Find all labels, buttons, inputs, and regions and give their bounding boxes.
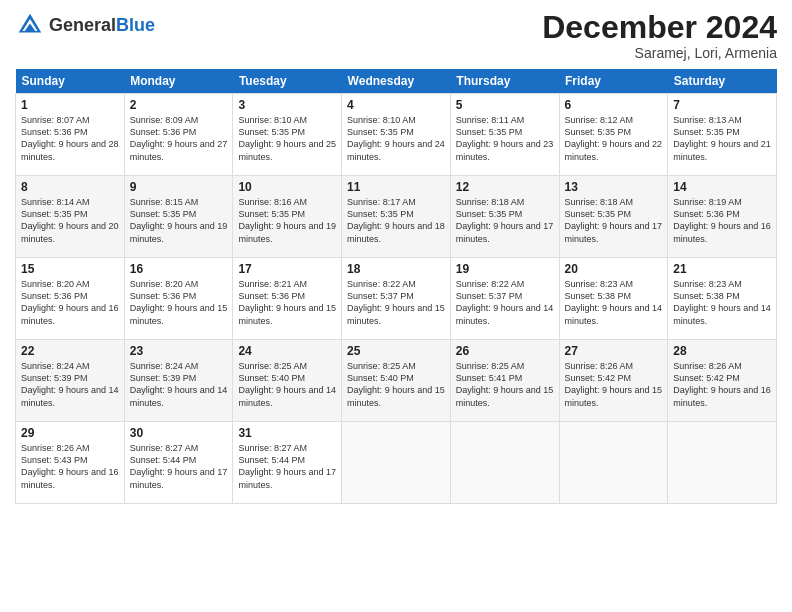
- calendar-cell: [559, 422, 668, 504]
- day-info: Sunrise: 8:25 AMSunset: 5:41 PMDaylight:…: [456, 360, 554, 409]
- calendar-cell: 27Sunrise: 8:26 AMSunset: 5:42 PMDayligh…: [559, 340, 668, 422]
- day-info: Sunrise: 8:12 AMSunset: 5:35 PMDaylight:…: [565, 114, 663, 163]
- calendar-cell: 8Sunrise: 8:14 AMSunset: 5:35 PMDaylight…: [16, 176, 125, 258]
- day-info: Sunrise: 8:14 AMSunset: 5:35 PMDaylight:…: [21, 196, 119, 245]
- table-row: 1Sunrise: 8:07 AMSunset: 5:36 PMDaylight…: [16, 94, 777, 176]
- table-row: 8Sunrise: 8:14 AMSunset: 5:35 PMDaylight…: [16, 176, 777, 258]
- calendar-cell: 25Sunrise: 8:25 AMSunset: 5:40 PMDayligh…: [342, 340, 451, 422]
- header-thursday: Thursday: [450, 69, 559, 94]
- location-subtitle: Saramej, Lori, Armenia: [542, 45, 777, 61]
- day-number: 4: [347, 98, 445, 112]
- header: General Blue December 2024 Saramej, Lori…: [15, 10, 777, 61]
- day-info: Sunrise: 8:17 AMSunset: 5:35 PMDaylight:…: [347, 196, 445, 245]
- day-number: 2: [130, 98, 228, 112]
- calendar-cell: 15Sunrise: 8:20 AMSunset: 5:36 PMDayligh…: [16, 258, 125, 340]
- calendar-cell: 7Sunrise: 8:13 AMSunset: 5:35 PMDaylight…: [668, 94, 777, 176]
- calendar-cell: [342, 422, 451, 504]
- day-info: Sunrise: 8:20 AMSunset: 5:36 PMDaylight:…: [21, 278, 119, 327]
- day-number: 31: [238, 426, 336, 440]
- calendar-cell: 26Sunrise: 8:25 AMSunset: 5:41 PMDayligh…: [450, 340, 559, 422]
- day-number: 16: [130, 262, 228, 276]
- day-number: 5: [456, 98, 554, 112]
- day-info: Sunrise: 8:10 AMSunset: 5:35 PMDaylight:…: [238, 114, 336, 163]
- day-info: Sunrise: 8:25 AMSunset: 5:40 PMDaylight:…: [238, 360, 336, 409]
- day-info: Sunrise: 8:26 AMSunset: 5:42 PMDaylight:…: [673, 360, 771, 409]
- calendar-cell: 10Sunrise: 8:16 AMSunset: 5:35 PMDayligh…: [233, 176, 342, 258]
- calendar-cell: 2Sunrise: 8:09 AMSunset: 5:36 PMDaylight…: [124, 94, 233, 176]
- day-info: Sunrise: 8:25 AMSunset: 5:40 PMDaylight:…: [347, 360, 445, 409]
- day-number: 20: [565, 262, 663, 276]
- day-number: 30: [130, 426, 228, 440]
- day-info: Sunrise: 8:27 AMSunset: 5:44 PMDaylight:…: [130, 442, 228, 491]
- calendar-cell: 21Sunrise: 8:23 AMSunset: 5:38 PMDayligh…: [668, 258, 777, 340]
- calendar-cell: [668, 422, 777, 504]
- day-number: 28: [673, 344, 771, 358]
- calendar-cell: 16Sunrise: 8:20 AMSunset: 5:36 PMDayligh…: [124, 258, 233, 340]
- logo-general: General: [49, 15, 116, 36]
- day-number: 24: [238, 344, 336, 358]
- calendar-cell: 24Sunrise: 8:25 AMSunset: 5:40 PMDayligh…: [233, 340, 342, 422]
- day-info: Sunrise: 8:24 AMSunset: 5:39 PMDaylight:…: [21, 360, 119, 409]
- day-info: Sunrise: 8:10 AMSunset: 5:35 PMDaylight:…: [347, 114, 445, 163]
- header-wednesday: Wednesday: [342, 69, 451, 94]
- header-sunday: Sunday: [16, 69, 125, 94]
- day-number: 19: [456, 262, 554, 276]
- day-info: Sunrise: 8:07 AMSunset: 5:36 PMDaylight:…: [21, 114, 119, 163]
- day-info: Sunrise: 8:22 AMSunset: 5:37 PMDaylight:…: [347, 278, 445, 327]
- day-info: Sunrise: 8:19 AMSunset: 5:36 PMDaylight:…: [673, 196, 771, 245]
- day-info: Sunrise: 8:13 AMSunset: 5:35 PMDaylight:…: [673, 114, 771, 163]
- logo-blue: Blue: [116, 15, 155, 36]
- calendar-header-row: Sunday Monday Tuesday Wednesday Thursday…: [16, 69, 777, 94]
- day-number: 3: [238, 98, 336, 112]
- calendar-cell: 12Sunrise: 8:18 AMSunset: 5:35 PMDayligh…: [450, 176, 559, 258]
- day-number: 22: [21, 344, 119, 358]
- calendar-cell: 22Sunrise: 8:24 AMSunset: 5:39 PMDayligh…: [16, 340, 125, 422]
- day-number: 12: [456, 180, 554, 194]
- day-info: Sunrise: 8:23 AMSunset: 5:38 PMDaylight:…: [565, 278, 663, 327]
- calendar-cell: 14Sunrise: 8:19 AMSunset: 5:36 PMDayligh…: [668, 176, 777, 258]
- day-number: 18: [347, 262, 445, 276]
- calendar-cell: 13Sunrise: 8:18 AMSunset: 5:35 PMDayligh…: [559, 176, 668, 258]
- day-number: 29: [21, 426, 119, 440]
- calendar-cell: 20Sunrise: 8:23 AMSunset: 5:38 PMDayligh…: [559, 258, 668, 340]
- calendar-cell: 28Sunrise: 8:26 AMSunset: 5:42 PMDayligh…: [668, 340, 777, 422]
- calendar-cell: 3Sunrise: 8:10 AMSunset: 5:35 PMDaylight…: [233, 94, 342, 176]
- calendar-table: Sunday Monday Tuesday Wednesday Thursday…: [15, 69, 777, 504]
- calendar-cell: [450, 422, 559, 504]
- day-info: Sunrise: 8:09 AMSunset: 5:36 PMDaylight:…: [130, 114, 228, 163]
- header-tuesday: Tuesday: [233, 69, 342, 94]
- day-number: 8: [21, 180, 119, 194]
- day-info: Sunrise: 8:11 AMSunset: 5:35 PMDaylight:…: [456, 114, 554, 163]
- calendar-cell: 29Sunrise: 8:26 AMSunset: 5:43 PMDayligh…: [16, 422, 125, 504]
- calendar-cell: 1Sunrise: 8:07 AMSunset: 5:36 PMDaylight…: [16, 94, 125, 176]
- day-number: 13: [565, 180, 663, 194]
- calendar-cell: 19Sunrise: 8:22 AMSunset: 5:37 PMDayligh…: [450, 258, 559, 340]
- calendar-cell: 30Sunrise: 8:27 AMSunset: 5:44 PMDayligh…: [124, 422, 233, 504]
- day-number: 14: [673, 180, 771, 194]
- month-title: December 2024: [542, 10, 777, 45]
- day-number: 9: [130, 180, 228, 194]
- header-friday: Friday: [559, 69, 668, 94]
- day-info: Sunrise: 8:21 AMSunset: 5:36 PMDaylight:…: [238, 278, 336, 327]
- day-info: Sunrise: 8:18 AMSunset: 5:35 PMDaylight:…: [565, 196, 663, 245]
- calendar-cell: 4Sunrise: 8:10 AMSunset: 5:35 PMDaylight…: [342, 94, 451, 176]
- day-number: 26: [456, 344, 554, 358]
- day-info: Sunrise: 8:20 AMSunset: 5:36 PMDaylight:…: [130, 278, 228, 327]
- day-number: 25: [347, 344, 445, 358]
- calendar-cell: 9Sunrise: 8:15 AMSunset: 5:35 PMDaylight…: [124, 176, 233, 258]
- header-saturday: Saturday: [668, 69, 777, 94]
- day-info: Sunrise: 8:15 AMSunset: 5:35 PMDaylight:…: [130, 196, 228, 245]
- day-number: 10: [238, 180, 336, 194]
- table-row: 15Sunrise: 8:20 AMSunset: 5:36 PMDayligh…: [16, 258, 777, 340]
- logo-text: General Blue: [49, 15, 155, 36]
- day-info: Sunrise: 8:18 AMSunset: 5:35 PMDaylight:…: [456, 196, 554, 245]
- day-number: 15: [21, 262, 119, 276]
- calendar-cell: 11Sunrise: 8:17 AMSunset: 5:35 PMDayligh…: [342, 176, 451, 258]
- day-number: 27: [565, 344, 663, 358]
- day-number: 23: [130, 344, 228, 358]
- table-row: 22Sunrise: 8:24 AMSunset: 5:39 PMDayligh…: [16, 340, 777, 422]
- day-info: Sunrise: 8:22 AMSunset: 5:37 PMDaylight:…: [456, 278, 554, 327]
- header-monday: Monday: [124, 69, 233, 94]
- calendar-cell: 18Sunrise: 8:22 AMSunset: 5:37 PMDayligh…: [342, 258, 451, 340]
- page-container: General Blue December 2024 Saramej, Lori…: [0, 0, 792, 514]
